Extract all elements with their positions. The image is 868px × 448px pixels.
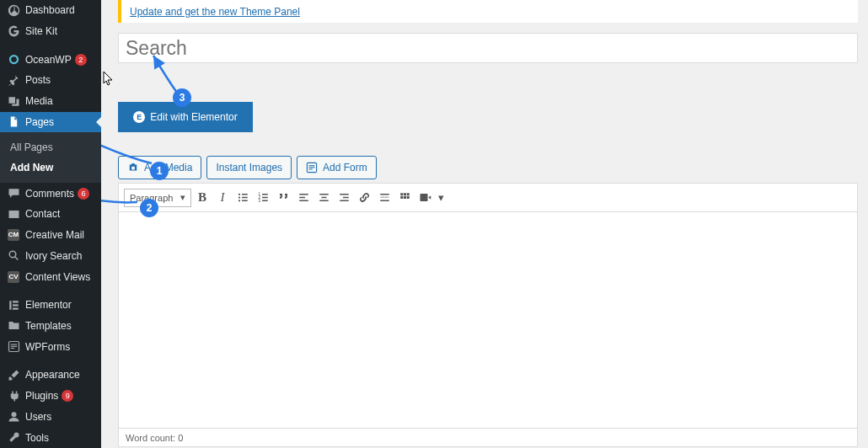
svg-rect-2 xyxy=(13,301,19,302)
elementor-icon xyxy=(7,298,20,312)
read-more-button[interactable] xyxy=(375,189,394,207)
svg-point-0 xyxy=(10,56,18,63)
comments-icon xyxy=(7,187,20,200)
sidebar-item-ivory-search[interactable]: Ivory Search xyxy=(0,246,101,267)
bold-button[interactable]: B xyxy=(193,189,212,207)
users-label: Users xyxy=(25,411,51,423)
sidebar-item-media[interactable]: Media xyxy=(0,91,101,112)
form-icon xyxy=(306,162,318,173)
sidebar-item-dashboard[interactable]: Dashboard xyxy=(0,0,101,21)
submenu-add-new[interactable]: Add New xyxy=(0,157,101,178)
svg-rect-44 xyxy=(406,193,409,195)
paragraph-label: Paragraph xyxy=(130,193,173,203)
plugin-icon xyxy=(7,389,20,403)
svg-rect-17 xyxy=(242,197,248,199)
svg-point-18 xyxy=(238,200,239,201)
media-icon xyxy=(7,94,20,108)
comments-badge: 6 xyxy=(78,188,89,200)
link-button[interactable] xyxy=(355,189,373,207)
svg-rect-6 xyxy=(10,344,17,345)
svg-point-38 xyxy=(383,197,383,198)
page-title-input[interactable] xyxy=(118,33,858,63)
word-count-label: Word count: 0 xyxy=(126,433,183,443)
sidebar-item-plugins[interactable]: Plugins 9 xyxy=(0,386,101,407)
svg-rect-28 xyxy=(299,200,308,202)
edit-with-elementor-button[interactable]: E Edit with Elementor xyxy=(118,102,253,132)
bullet-list-button[interactable] xyxy=(233,189,252,207)
sidebar-item-templates[interactable]: Templates xyxy=(0,316,101,337)
oceanwp-badge: 2 xyxy=(75,54,87,66)
sidebar-item-pages[interactable]: Pages xyxy=(0,112,101,133)
sidebar-item-comments[interactable]: Comments 6 xyxy=(0,183,101,204)
svg-point-16 xyxy=(238,196,239,198)
oceanwp-label: OceanWP xyxy=(25,54,72,66)
svg-point-37 xyxy=(381,197,382,198)
svg-rect-32 xyxy=(340,194,349,195)
theme-panel-notice: Update and get the new Theme Panel xyxy=(118,0,858,23)
contact-label: Contact xyxy=(25,208,60,220)
sidebar-item-posts[interactable]: Posts xyxy=(0,70,101,91)
oceanwp-icon xyxy=(7,53,20,67)
paragraph-dropdown[interactable]: Paragraph ▾ xyxy=(124,189,191,207)
italic-button[interactable]: I xyxy=(213,189,232,207)
blockquote-button[interactable] xyxy=(274,189,292,207)
svg-point-9 xyxy=(11,413,16,418)
insert-block-button[interactable] xyxy=(415,189,434,207)
plugins-label: Plugins xyxy=(25,390,58,402)
add-media-button[interactable]: Add Media xyxy=(118,156,201,179)
classic-editor: Add Media Instant Images Add Form Paragr… xyxy=(118,156,858,447)
media-label: Media xyxy=(25,95,53,107)
admin-sidebar: Dashboard Site Kit OceanWP 2 Posts Media… xyxy=(0,0,101,448)
posts-label: Posts xyxy=(25,74,51,86)
cm-icon: CM xyxy=(7,228,20,242)
insert-block-caret-icon[interactable]: ▾ xyxy=(436,189,446,207)
svg-point-40 xyxy=(386,197,387,198)
sidebar-item-elementor[interactable]: Elementor xyxy=(0,295,101,316)
pages-submenu: All Pages Add New xyxy=(0,132,101,183)
sidebar-item-content-views[interactable]: CV Content Views xyxy=(0,266,101,287)
sidebar-item-users[interactable]: Users xyxy=(0,406,101,427)
ivory-label: Ivory Search xyxy=(25,250,82,262)
brush-icon xyxy=(7,368,20,381)
svg-rect-33 xyxy=(343,197,349,199)
sidebar-item-tools[interactable]: Tools xyxy=(0,427,101,448)
align-right-button[interactable] xyxy=(335,189,353,207)
svg-rect-46 xyxy=(404,196,406,199)
editor-content-area[interactable] xyxy=(118,211,858,429)
sidebar-item-oceanwp[interactable]: OceanWP 2 xyxy=(0,49,101,70)
svg-rect-41 xyxy=(380,200,389,202)
svg-point-14 xyxy=(238,194,239,195)
add-form-label: Add Form xyxy=(323,162,367,173)
sidebar-item-contact[interactable]: Contact xyxy=(0,204,101,225)
number-list-button[interactable]: 123 xyxy=(254,189,272,207)
plugins-badge: 9 xyxy=(62,390,73,402)
appearance-label: Appearance xyxy=(25,369,80,381)
submenu-all-pages[interactable]: All Pages xyxy=(0,137,101,157)
sidebar-item-wpforms[interactable]: WPForms xyxy=(0,336,101,357)
instant-images-button[interactable]: Instant Images xyxy=(206,156,292,179)
svg-rect-47 xyxy=(406,196,409,199)
add-form-button[interactable]: Add Form xyxy=(297,156,377,179)
sidebar-item-creative-mail[interactable]: CM Creative Mail xyxy=(0,225,101,246)
sidebar-item-appearance[interactable]: Appearance xyxy=(0,365,101,386)
svg-rect-15 xyxy=(242,194,248,195)
tools-label: Tools xyxy=(25,432,49,444)
creative-mail-label: Creative Mail xyxy=(25,229,84,241)
comments-label: Comments xyxy=(25,188,74,200)
notice-link[interactable]: Update and get the new Theme Panel xyxy=(130,6,300,18)
instant-images-label: Instant Images xyxy=(216,162,282,173)
toolbar-toggle-button[interactable] xyxy=(395,189,414,207)
content-views-label: Content Views xyxy=(25,271,90,283)
svg-rect-35 xyxy=(380,194,389,195)
svg-rect-3 xyxy=(13,304,19,306)
svg-rect-23 xyxy=(262,197,268,199)
svg-rect-13 xyxy=(309,168,313,169)
envelope-icon xyxy=(7,207,20,221)
sidebar-item-sitekit[interactable]: Site Kit xyxy=(0,21,101,42)
dashboard-label: Dashboard xyxy=(25,4,75,16)
align-center-button[interactable] xyxy=(314,189,333,207)
align-left-button[interactable] xyxy=(294,189,313,207)
svg-rect-21 xyxy=(262,194,268,195)
svg-rect-26 xyxy=(299,194,308,195)
add-media-label: Add Media xyxy=(144,162,192,173)
